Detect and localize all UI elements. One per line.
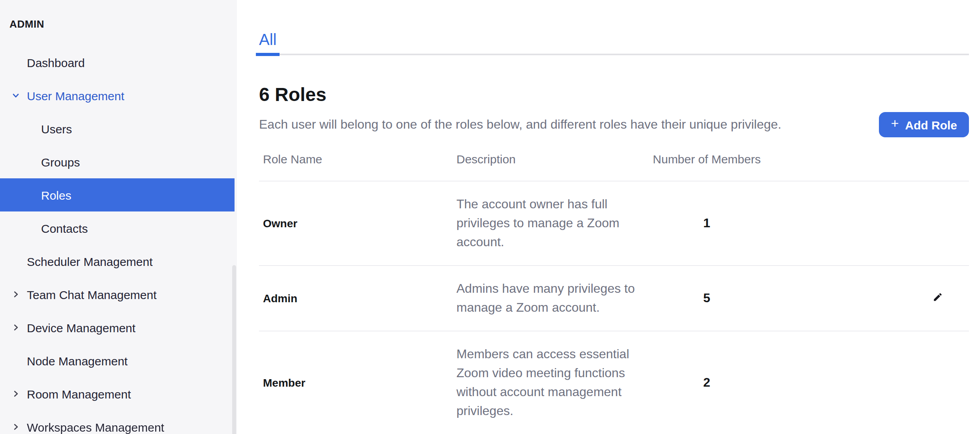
tab-all[interactable]: All	[256, 31, 280, 56]
sidebar-item-roles[interactable]: Roles	[0, 178, 235, 211]
plus-icon: +	[891, 116, 899, 132]
sidebar-item-contacts[interactable]: Contacts	[0, 211, 237, 245]
page-title: 6 Roles	[259, 81, 969, 107]
chevron-right-icon	[12, 290, 20, 298]
sidebar-scrollbar[interactable]	[232, 265, 236, 434]
edit-role-button[interactable]	[933, 292, 943, 305]
chevron-right-icon	[12, 390, 20, 398]
add-role-button-label: Add Role	[905, 118, 957, 131]
tab-bar: All	[259, 28, 969, 55]
sidebar-section-label: ADMIN	[0, 0, 237, 46]
table-row-admin: Admin Admins have many privileges to man…	[259, 266, 969, 331]
chevron-right-icon	[12, 324, 20, 331]
column-header-role-name: Role Name	[259, 152, 456, 166]
sidebar-item-node-management[interactable]: Node Management	[0, 344, 237, 377]
edit-pencil-icon	[933, 292, 943, 305]
page-subtitle: Each user will belong to one of the role…	[259, 118, 781, 132]
main-content: All 6 Roles Each user will belong to one…	[237, 0, 980, 434]
sidebar-item-room-management[interactable]: Room Management	[0, 377, 237, 410]
column-header-description: Description	[456, 152, 648, 166]
table-row-member: Member Members can access essential Zoom…	[259, 331, 969, 434]
sidebar-item-device-management[interactable]: Device Management	[0, 311, 237, 344]
role-member-count: 5	[648, 291, 766, 305]
role-name: Owner	[259, 217, 456, 230]
role-member-count: 2	[648, 376, 766, 390]
sidebar-item-groups[interactable]: Groups	[0, 145, 237, 178]
role-name: Member	[259, 376, 456, 389]
role-description: The account owner has full privileges to…	[456, 195, 648, 252]
sidebar-item-dashboard[interactable]: Dashboard	[0, 46, 237, 79]
roles-table-header: Role Name Description Number of Members	[259, 137, 969, 181]
admin-roles-page: ADMIN Dashboard User Management Users Gr…	[0, 0, 980, 434]
add-role-button[interactable]: + Add Role	[879, 112, 969, 137]
sidebar-item-workspaces-management[interactable]: Workspaces Management	[0, 410, 237, 434]
column-header-number-of-members: Number of Members	[648, 152, 766, 166]
chevron-down-icon	[12, 92, 20, 99]
sidebar-item-user-management[interactable]: User Management	[0, 79, 237, 112]
role-description: Members can access essential Zoom video …	[456, 345, 648, 421]
sidebar-item-users[interactable]: Users	[0, 112, 237, 145]
chevron-right-icon	[12, 423, 20, 431]
role-name: Admin	[259, 292, 456, 305]
role-description: Admins have many privileges to manage a …	[456, 279, 648, 317]
role-member-count: 1	[648, 216, 766, 230]
table-row-owner: Owner The account owner has full privile…	[259, 181, 969, 266]
sidebar: ADMIN Dashboard User Management Users Gr…	[0, 0, 237, 434]
page-subtitle-row: Each user will belong to one of the role…	[259, 112, 969, 137]
sidebar-item-team-chat-management[interactable]: Team Chat Management	[0, 278, 237, 311]
sidebar-item-scheduler-management[interactable]: Scheduler Management	[0, 245, 237, 278]
